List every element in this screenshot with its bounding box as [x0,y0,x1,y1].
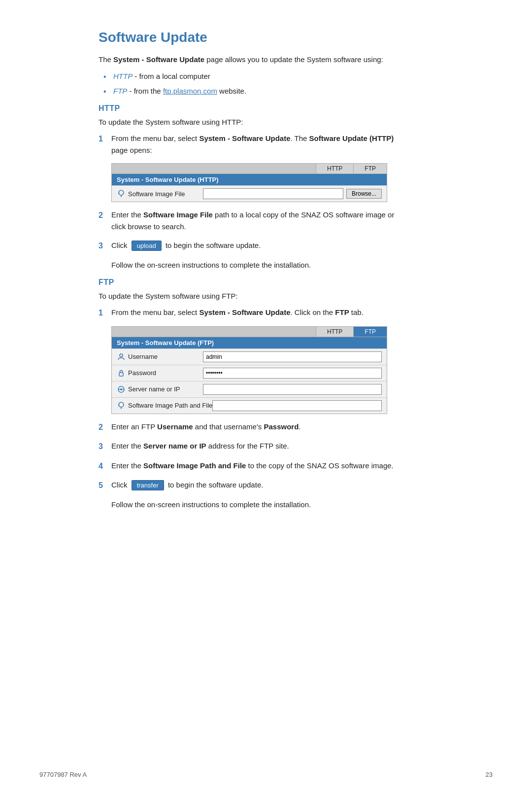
http-steps: 1 From the menu bar, select System - Sof… [99,133,404,156]
http-step-3: 3 Click upload to begin the software upd… [99,240,404,252]
http-steps-2: 2 Enter the Software Image File path to … [99,209,404,252]
username-bold: Username [157,422,193,431]
http-step-2: 2 Enter the Software Image File path to … [99,209,404,233]
ftp-tab-ftp[interactable]: FTP [353,327,387,337]
step-content: Enter the Server name or IP address for … [111,440,404,452]
step-number: 4 [99,460,111,473]
tab-bar: HTTP FTP [112,164,387,174]
software-image-row: Software Image File Browse... [112,185,387,202]
ftp-tab-bar: HTTP FTP [112,327,387,337]
sw-image-file-bold: Software Image File [143,210,213,219]
upload-button[interactable]: upload [132,241,162,251]
footer: 97707987 Rev A 23 [39,771,493,778]
svg-point-6 [120,388,122,390]
http-step-1: 1 From the menu bar, select System - Sof… [99,133,404,156]
ftp-label: FTP [113,87,127,95]
step-number: 2 [99,421,111,434]
list-item: HTTP - from a local computer [103,70,404,82]
ftp-link[interactable]: ftp.plasmon.com [163,87,217,95]
http-follow-text: Follow the on-screen instructions to com… [111,259,404,271]
browse-button[interactable]: Browse... [346,189,382,199]
username-input[interactable] [203,351,382,362]
row-label: Software Image Path and File [117,401,212,410]
software-image-input[interactable] [203,188,343,199]
http-label: HTTP [113,72,133,80]
image-icon [117,189,126,198]
username-row: Username [112,348,387,365]
image-icon2 [117,401,126,410]
server-icon [117,385,126,394]
main-content: Software Update The System - Software Up… [0,0,443,555]
system-sw-update-bold2: System - Software Update [199,308,290,316]
sw-image-path-bold: Software Image Path and File [143,461,246,470]
ftp-intro: To update the System software using FTP: [99,291,404,302]
row-label: Password [117,369,203,378]
svg-point-3 [120,354,123,357]
ftp-tab-http[interactable]: HTTP [316,327,353,337]
http-ui-title: System - Software Update (HTTP) [112,174,387,185]
sw-image-path-input[interactable] [212,400,382,411]
bullet-list: HTTP - from a local computer FTP - from … [103,70,404,97]
user-icon [117,352,126,361]
step-number: 5 [99,479,111,492]
lock-icon [117,369,126,378]
tab-ftp[interactable]: FTP [353,164,387,173]
transfer-button[interactable]: transfer [132,480,164,490]
ftp-step-1: 1 From the menu bar, select System - Sof… [99,307,404,319]
footer-left: 97707987 Rev A [39,771,87,778]
row-label: Username [117,352,203,361]
ftp-step-4: 4 Enter the Software Image Path and File… [99,460,404,473]
http-ui-box: HTTP FTP System - Software Update (HTTP)… [111,163,387,202]
step-content: Enter the Software Image Path and File t… [111,460,404,472]
list-item: FTP - from the ftp.plasmon.com website. [103,85,404,97]
sw-update-http-bold: Software Update (HTTP) [309,134,394,142]
system-sw-update-bold: System - Software Update [199,134,290,142]
ftp-ui-box: HTTP FTP System - Software Update (FTP) … [111,326,387,414]
ftp-step-5: 5 Click transfer to begin the software u… [99,479,404,492]
step-content: Click transfer to begin the software upd… [111,479,404,491]
step-number: 1 [99,307,111,319]
password-bold: Password [264,422,299,431]
step-number: 1 [99,133,111,145]
ftp-step-2: 2 Enter an FTP Username and that usernam… [99,421,404,434]
intro-paragraph: The System - Software Update page allows… [99,54,404,66]
ftp-steps-2: 2 Enter an FTP Username and that usernam… [99,421,404,492]
svg-rect-4 [119,373,123,376]
ftp-step-3: 3 Enter the Server name or IP address fo… [99,440,404,453]
server-bold: Server name or IP [143,442,206,450]
step-content: Enter an FTP Username and that username'… [111,421,404,433]
step-number: 3 [99,440,111,453]
step-content: Enter the Software Image File path to a … [111,209,404,233]
tab-http[interactable]: HTTP [316,164,353,173]
password-input[interactable] [203,368,382,379]
step-content: From the menu bar, select System - Softw… [111,133,404,156]
http-section-heading: HTTP [99,104,404,113]
step-content: From the menu bar, select System - Softw… [111,307,404,318]
footer-right: 23 [486,771,493,778]
server-input[interactable] [203,384,382,395]
ftp-steps: 1 From the menu bar, select System - Sof… [99,307,404,319]
step-content: Click upload to begin the software updat… [111,240,404,251]
http-intro: To update the System software using HTTP… [99,117,404,128]
ftp-follow-text: Follow the on-screen instructions to com… [111,499,404,511]
server-row: Server name or IP [112,381,387,397]
ftp-ui-title: System - Software Update (FTP) [112,337,387,348]
page-title: Software Update [99,30,404,45]
password-row: Password [112,365,387,381]
ftp-section-heading: FTP [99,278,404,287]
step-number: 2 [99,209,111,222]
ftp-tab-bold: FTP [335,308,349,316]
row-label: Server name or IP [117,385,203,394]
intro-bold: System - Software Update [113,55,204,64]
sw-image-path-row: Software Image Path and File [112,397,387,414]
row-label: Software Image File [117,189,203,198]
step-number: 3 [99,240,111,252]
